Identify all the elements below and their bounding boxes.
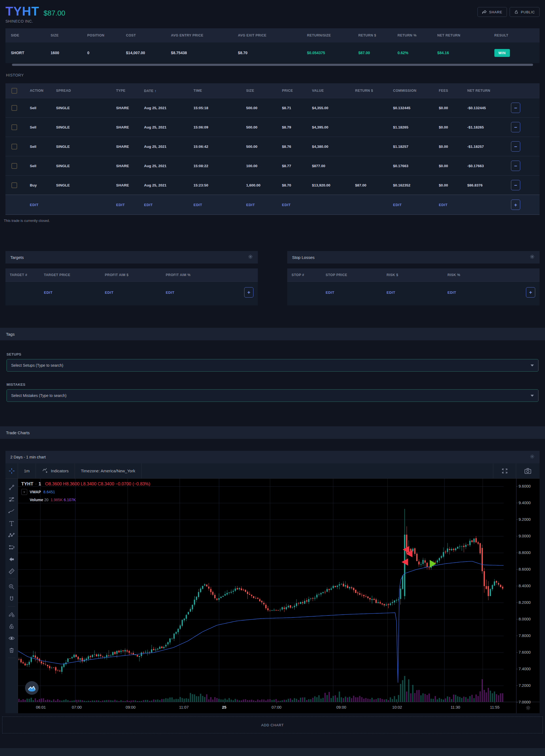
row-checkbox[interactable] <box>11 144 17 149</box>
fullscreen-icon <box>501 467 508 475</box>
gear-icon[interactable] <box>530 254 535 260</box>
remove-all-tool-button[interactable] <box>7 644 17 656</box>
toolbar-divider <box>8 606 15 607</box>
mistakes-select[interactable]: Select Mistakes (Type to search) <box>7 389 538 402</box>
edit-link[interactable]: EDIT <box>282 203 291 207</box>
cell-type: SHARE <box>116 145 144 149</box>
row-checkbox-cell <box>9 182 30 188</box>
public-button[interactable]: PUBLIC <box>510 7 540 17</box>
history-col-spread[interactable]: SPREAD <box>56 89 116 93</box>
edit-link[interactable]: EDIT <box>439 203 448 207</box>
add-target-button[interactable]: + <box>244 287 253 298</box>
header-checkbox[interactable] <box>9 88 30 94</box>
row-checkbox[interactable] <box>11 124 17 130</box>
edit-link[interactable]: EDIT <box>116 203 125 207</box>
vwap-label: VWAP <box>30 490 41 494</box>
history-col-commission[interactable]: COMMISSION <box>393 89 439 93</box>
history-col-price[interactable]: PRICE <box>282 89 312 93</box>
history-col-net-return[interactable]: NET RETURN <box>467 89 511 93</box>
remove-execution-button[interactable]: − <box>511 161 520 171</box>
edit-link[interactable]: EDIT <box>393 203 402 207</box>
summary-cell-position: 0 <box>87 51 126 55</box>
edit-link[interactable]: EDIT <box>326 290 334 295</box>
lock-all-tool-button[interactable] <box>7 620 17 632</box>
table-row: SellSINGLESHAREAug 25, 202115:06:09500.0… <box>5 117 540 137</box>
cell-fees: $0.00 <box>439 164 467 168</box>
history-col-size[interactable]: SIZE <box>246 89 282 93</box>
edit-link[interactable]: EDIT <box>105 290 114 295</box>
edit-link[interactable]: EDIT <box>246 203 255 207</box>
time-axis[interactable]: 06:0107:0009:0011:072507:0009:0010:0211:… <box>18 702 516 713</box>
history-col-type[interactable]: TYPE <box>116 89 144 93</box>
arrow-left-tool-button[interactable] <box>7 553 17 565</box>
history-col-value[interactable]: VALUE <box>312 89 355 93</box>
edit-link[interactable]: EDIT <box>30 203 38 207</box>
summary-col-7: RETURN $ <box>358 33 397 37</box>
select-all-checkbox[interactable] <box>11 88 17 94</box>
edit-link[interactable]: EDIT <box>144 203 153 207</box>
row-checkbox[interactable] <box>11 163 17 169</box>
history-col-date[interactable]: DATE↑ <box>144 89 194 93</box>
fib-retracement-tool-button[interactable] <box>7 493 17 505</box>
crosshair-tool-button[interactable] <box>5 463 18 478</box>
row-checkbox[interactable] <box>11 105 17 111</box>
remove-execution-button[interactable]: − <box>511 141 520 152</box>
text-icon <box>8 520 15 527</box>
add-chart-button[interactable]: ADD CHART <box>2 717 543 733</box>
history-col-time[interactable]: TIME <box>194 89 246 93</box>
gear-icon[interactable] <box>530 454 535 460</box>
history-col-return-[interactable]: RETURN $ <box>355 89 393 93</box>
indicators-button[interactable]: Indicators <box>36 463 75 478</box>
row-action-cell: − <box>511 180 536 190</box>
page-title-symbol: TYHT <box>5 4 39 19</box>
chart-provider-logo[interactable] <box>25 681 39 695</box>
cell-date: Aug 25, 2021 <box>144 183 194 187</box>
history-col-fees[interactable]: FEES <box>439 89 467 93</box>
edit-link[interactable]: EDIT <box>194 203 202 207</box>
summary-col-8: RETURN % <box>397 33 437 37</box>
row-checkbox[interactable] <box>11 182 17 188</box>
gear-icon[interactable] <box>248 254 253 260</box>
remove-execution-button[interactable]: − <box>511 103 520 113</box>
legend-collapse-button[interactable] <box>21 489 27 495</box>
edit-link[interactable]: EDIT <box>387 290 395 295</box>
zoom-in-tool-button[interactable] <box>7 581 17 593</box>
cell-fees: $0.00 <box>439 125 467 129</box>
add-stop-button[interactable]: + <box>526 287 535 298</box>
brush-tool-button[interactable] <box>7 505 17 517</box>
edit-link[interactable]: EDIT <box>44 290 53 295</box>
share-button[interactable]: SHARE <box>477 7 507 17</box>
xabcd-pattern-tool-button[interactable] <box>7 529 17 541</box>
timezone-button[interactable]: Timezone: America/New_York <box>75 463 142 478</box>
text-tool-button[interactable] <box>7 517 17 529</box>
interval-button[interactable]: 1m <box>18 463 36 478</box>
trend-line-tool-button[interactable] <box>7 481 17 493</box>
chart-plot-area[interactable]: TYHT · 1 O8.3600 H8.3600 L8.3400 C8.3400… <box>18 479 516 702</box>
hide-all-tool-button[interactable] <box>7 632 17 644</box>
history-col-action[interactable]: ACTION <box>30 89 56 93</box>
remove-execution-button[interactable]: − <box>511 180 520 190</box>
remove-execution-button[interactable]: − <box>511 122 520 132</box>
share-icon <box>482 10 487 14</box>
row-action-cell: − <box>511 161 536 171</box>
add-execution-button[interactable]: + <box>511 200 520 210</box>
summary-col-2: POSITION <box>87 33 126 37</box>
price-axis[interactable]: 9.60009.40009.20009.00008.80008.60008.40… <box>516 479 540 702</box>
summary-cell-side: SHORT <box>11 51 51 55</box>
horizontal-scrollbar[interactable] <box>12 64 533 66</box>
trade-charts-title: Trade Charts <box>6 430 30 435</box>
summary-col-0: SIDE <box>11 33 51 37</box>
edit-link[interactable]: EDIT <box>166 290 174 295</box>
edit-link[interactable]: EDIT <box>448 290 456 295</box>
setups-select[interactable]: Select Setups (Type to search) <box>7 359 538 372</box>
drawing-lock-tool-button[interactable] <box>7 608 17 620</box>
forecast-tool-button[interactable] <box>7 541 17 553</box>
cell-spread: SINGLE <box>56 106 116 110</box>
edit-row-action-cell: + <box>511 200 536 210</box>
snapshot-button[interactable] <box>516 463 540 478</box>
ruler-tool-button[interactable] <box>7 565 17 577</box>
fullscreen-button[interactable] <box>493 463 516 478</box>
magnet-tool-button[interactable] <box>7 593 17 605</box>
row-action-cell: − <box>511 141 536 152</box>
target-cell-2: EDIT <box>105 290 166 295</box>
